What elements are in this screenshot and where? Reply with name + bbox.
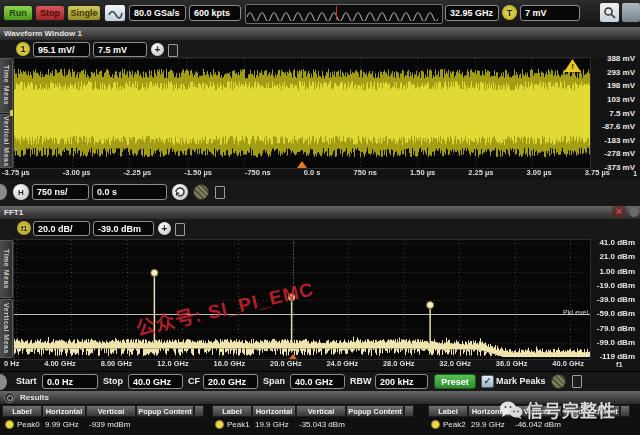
start-field[interactable]: 0.0 Hz <box>42 374 98 389</box>
horizontal-badge[interactable]: H <box>13 184 29 200</box>
fft-window-title: FFT1 <box>4 208 23 217</box>
col-vertical[interactable]: Vertical <box>296 405 346 417</box>
tab-time-meas[interactable]: Time Meas <box>0 58 13 113</box>
peripheral-icon-2[interactable] <box>215 186 225 199</box>
y-tick: -19.0 dBm <box>591 281 637 290</box>
rbw-field[interactable]: 200 kHz <box>375 374 428 389</box>
tab-vertical-meas[interactable]: Vertical Meas <box>0 114 13 168</box>
fft-tab-time-meas[interactable]: Time Meas <box>0 240 13 298</box>
peripheral-icon-4[interactable] <box>572 375 582 388</box>
zoom-mode-icon[interactable] <box>172 184 188 200</box>
cf-label: CF <box>188 376 200 386</box>
results-title: Results <box>20 393 49 402</box>
x-tick: 0.0 s <box>304 168 321 179</box>
x-tick: -3.00 µs <box>63 168 91 179</box>
waveform-preview-strip[interactable] <box>245 4 443 24</box>
x-tick: 750 ns <box>354 168 377 179</box>
col-horizontal[interactable]: Horizontal <box>252 405 296 417</box>
add-function-button[interactable]: + <box>158 222 171 235</box>
results-gear-icon[interactable] <box>4 392 15 403</box>
vertical-scale-field[interactable]: 95.1 mV/ <box>33 42 90 57</box>
col-horizontal[interactable]: Horizontal <box>42 405 86 417</box>
fft-offset-field[interactable]: -39.0 dBm <box>93 221 154 236</box>
col-spare <box>404 405 414 417</box>
trigger-level-field[interactable]: 7 mV <box>520 5 580 21</box>
preset-button[interactable]: Preset <box>434 374 476 389</box>
trigger-badge[interactable]: T <box>502 5 517 20</box>
x-tick: -2.25 µs <box>123 168 151 179</box>
fft-trace-badge[interactable]: f1 <box>17 221 31 235</box>
wave-glyph <box>107 7 123 19</box>
y-tick: -99.0 dBm <box>591 338 637 347</box>
waveform-window-title: Waveform Window 1 <box>4 29 82 38</box>
stop-button[interactable]: Stop <box>35 5 65 21</box>
y-tick: -39.0 dBm <box>591 295 637 304</box>
vertical-offset-field[interactable]: 7.5 mV <box>93 42 147 57</box>
preview-cursor[interactable] <box>336 6 337 20</box>
fft-window-titlebar[interactable]: FFT1 <box>0 206 640 219</box>
col-label[interactable]: Label <box>212 405 252 417</box>
waveform-window-titlebar[interactable]: Waveform Window 1 <box>0 27 640 40</box>
peaks-settings-icon[interactable] <box>551 374 566 389</box>
auto-setup-icon[interactable] <box>104 4 126 22</box>
time-plot-y-axis: 388 mV 293 mV 198 mV 103 mV 7.5 mV -87.6… <box>591 54 637 172</box>
close-button[interactable]: × <box>612 206 626 218</box>
rbw-label: RBW <box>350 376 372 386</box>
search-icon[interactable] <box>600 3 619 22</box>
x-tick: 28.0 GHz <box>383 359 415 370</box>
col-vertical[interactable]: Vertical <box>86 405 136 417</box>
col-popup[interactable]: Popup Content <box>136 405 194 417</box>
mark-peaks-checkbox[interactable]: ✓ <box>481 375 494 388</box>
y-tick: -183 mV <box>591 136 637 145</box>
single-button[interactable]: Single <box>67 5 101 21</box>
fft-trace-label: f1 <box>616 360 623 369</box>
x-tick: 36.0 GHz <box>496 359 528 370</box>
channel-ground-marker <box>10 110 13 116</box>
table-row-peak0[interactable]: Peak0 9.99 GHz -939 mdBm <box>2 417 204 431</box>
timebase-scale-field[interactable]: 750 ns/ <box>32 184 89 200</box>
x-tick: 12.0 GHz <box>157 359 189 370</box>
channel1-badge[interactable]: 1 <box>16 42 30 56</box>
add-channel-button[interactable]: + <box>151 43 164 56</box>
y-tick: 1.00 dBm <box>591 267 637 276</box>
stop-field[interactable]: 40.0 GHz <box>128 374 183 389</box>
peak-table-1: Label Horizontal Vertical Popup Content … <box>212 405 414 431</box>
fft-x-axis: 0 Hz 4.00 GHz 8.00 GHz 12.0 GHz 16.0 GHz… <box>4 359 584 370</box>
col-popup[interactable]: Popup Content <box>346 405 404 417</box>
table-row-peak1[interactable]: Peak1 19.9 GHz -35.043 dBm <box>212 417 414 431</box>
sample-rate-field[interactable]: 80.0 GSa/s <box>129 5 186 21</box>
span-field[interactable]: 40.0 GHz <box>290 374 345 389</box>
y-tick: -59.0 dBm <box>591 309 637 318</box>
stop-label: Stop <box>103 376 123 386</box>
clipped-panel-icon[interactable] <box>622 3 640 22</box>
y-tick: 21.0 dBm <box>591 252 637 261</box>
y-tick: -119 dBm <box>591 352 637 361</box>
mark-peaks-label[interactable]: Mark Peaks <box>496 376 546 386</box>
run-button[interactable]: Run <box>3 5 33 21</box>
x-tick: 3.00 µs <box>527 168 552 179</box>
x-tick: 0 Hz <box>4 359 19 370</box>
fft-y-axis: 41.0 dBm 21.0 dBm 1.00 dBm -19.0 dBm -39… <box>591 238 637 361</box>
x-tick: 8.00 GHz <box>101 359 133 370</box>
timebase-position-field[interactable]: 0.0 s <box>92 184 167 200</box>
fft-tab-vertical-meas[interactable]: Vertical Meas <box>0 299 13 358</box>
start-label: Start <box>16 376 37 386</box>
corner-watermark: 信号完整性 <box>499 397 616 422</box>
fft-scale-field[interactable]: 20.0 dB/ <box>33 221 90 236</box>
span-label: Span <box>263 376 285 386</box>
bandwidth-field[interactable]: 32.95 GHz <box>445 5 499 21</box>
col-label[interactable]: Label <box>2 405 42 417</box>
peripheral-icon[interactable] <box>168 44 178 57</box>
window-control-icon[interactable] <box>629 207 639 217</box>
y-tick: 7.5 mV <box>591 109 637 118</box>
x-tick: 40.0 GHz <box>552 359 584 370</box>
col-label[interactable]: Label <box>428 405 468 417</box>
peak-table-0: Label Horizontal Vertical Popup Content … <box>2 405 204 431</box>
time-plot-canvas[interactable] <box>14 58 590 168</box>
acquisition-mode-icon[interactable] <box>193 184 209 200</box>
cf-field[interactable]: 20.0 GHz <box>203 374 258 389</box>
peripheral-icon-3[interactable] <box>175 223 185 236</box>
wechat-icon <box>499 400 523 420</box>
oscilloscope-app: Run Stop Single 80.0 GSa/s 600 kpts 32.9… <box>0 0 640 435</box>
memory-depth-field[interactable]: 600 kpts <box>189 5 241 21</box>
